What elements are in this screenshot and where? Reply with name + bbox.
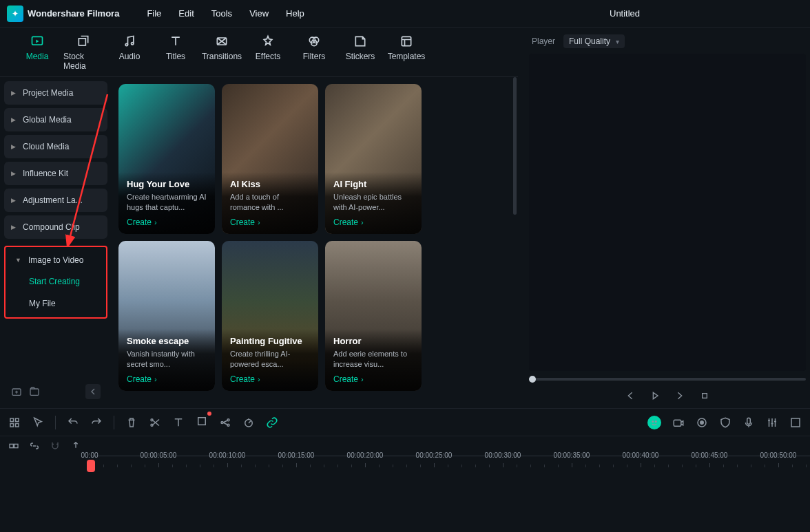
sidebar-item-cloud-media[interactable]: ▶Cloud Media	[4, 135, 107, 158]
sidebar-subitem-my-file[interactable]: My File	[8, 292, 103, 315]
tab-effects[interactable]: Effects	[248, 34, 288, 76]
menu-view[interactable]: View	[249, 8, 269, 19]
play-icon[interactable]	[650, 390, 661, 401]
speed-icon[interactable]	[242, 416, 255, 429]
tab-filters[interactable]: Filters	[294, 34, 334, 76]
card-create-link[interactable]: Create ›	[333, 217, 413, 227]
template-card[interactable]: Hug Your Love Create heartwarming AI hug…	[118, 84, 215, 234]
template-card[interactable]: AI Fight Unleash epic battles with AI-po…	[325, 84, 422, 234]
sidebar-item-compound-clip[interactable]: ▶Compound Clip	[4, 215, 107, 239]
quality-select[interactable]: Full Quality ▾	[563, 34, 625, 48]
card-title: Painting Fugitive	[230, 336, 310, 346]
menu-tools[interactable]: Tools	[211, 8, 232, 19]
preview-viewport[interactable]	[529, 54, 806, 371]
scrollbar[interactable]	[513, 77, 517, 215]
card-title: AI Kiss	[230, 179, 310, 189]
tab-label: Stock Media	[63, 52, 103, 71]
card-create-link[interactable]: Create ›	[127, 217, 207, 227]
crop-icon[interactable]	[196, 415, 208, 427]
tab-media[interactable]: Media	[17, 34, 57, 76]
media-panel: Media Stock Media Audio Titles Transitio…	[0, 28, 518, 408]
playhead-handle[interactable]	[87, 460, 95, 472]
sidebar-item-adjustment-layer[interactable]: ▶Adjustment La...	[4, 189, 107, 212]
tab-label: Transitions	[202, 52, 242, 61]
sidebar-item-label: Image to Video	[28, 255, 84, 265]
ruler-tick: 00:00:30:00	[485, 451, 521, 459]
card-desc: Add eerie elements to increase visu...	[333, 349, 413, 369]
card-create-link[interactable]: Create ›	[230, 217, 310, 227]
trash-icon[interactable]	[125, 416, 138, 429]
track-link-icon[interactable]	[8, 440, 19, 451]
expand-icon[interactable]	[789, 416, 802, 429]
svg-rect-25	[674, 420, 681, 426]
ai-smiley-icon[interactable]	[647, 416, 661, 429]
sidebar-item-project-media[interactable]: ▶Project Media	[4, 81, 107, 105]
grid-icon[interactable]	[8, 416, 21, 429]
sidebar-item-image-to-video[interactable]: ▼ Image to Video	[8, 250, 103, 270]
template-card[interactable]: Painting Fugitive Create thrilling AI-po…	[222, 241, 318, 391]
folder-icon[interactable]	[29, 386, 40, 397]
progress-handle[interactable]	[529, 376, 536, 383]
shield-icon[interactable]	[719, 416, 731, 429]
template-card[interactable]: Smoke escape Vanish instantly with secre…	[118, 241, 215, 391]
timeline-ruler[interactable]: 00:0000:00:05:0000:00:10:0000:00:15:0000…	[90, 456, 810, 468]
svg-point-16	[151, 418, 153, 421]
magnet-icon[interactable]	[50, 440, 61, 451]
next-frame-icon[interactable]	[674, 390, 685, 401]
template-card[interactable]: AI Kiss Add a touch of romance with ... …	[222, 84, 318, 234]
tab-titles[interactable]: Titles	[156, 34, 196, 76]
template-card[interactable]: Horror Add eerie elements to increase vi…	[325, 241, 422, 391]
chevron-right-icon: ▶	[11, 224, 16, 231]
menu-help[interactable]: Help	[286, 8, 304, 19]
card-desc: Unleash epic battles with AI-power...	[333, 192, 413, 212]
card-desc: Add a touch of romance with ...	[230, 192, 310, 212]
camera-icon[interactable]	[672, 416, 685, 429]
redo-icon[interactable]	[90, 416, 103, 429]
tab-label: Effects	[256, 52, 280, 61]
card-create-link[interactable]: Create ›	[333, 374, 413, 384]
sidebar-subitem-start-creating[interactable]: Start Creating	[8, 270, 103, 292]
svg-point-21	[227, 424, 229, 426]
tab-templates[interactable]: Templates	[386, 34, 426, 76]
chevron-left-icon	[87, 386, 98, 397]
mixer-icon[interactable]	[766, 416, 778, 429]
player-header: Player Full Quality ▾	[529, 32, 806, 51]
svg-rect-9	[30, 389, 39, 395]
sidebar-item-global-media[interactable]: ▶Global Media	[4, 108, 107, 131]
svg-point-19	[221, 421, 223, 423]
mic-icon[interactable]	[742, 416, 755, 429]
tab-transitions[interactable]: Transitions	[202, 34, 242, 76]
sidebar-item-label: Compound Clip	[23, 222, 80, 232]
scissors-icon[interactable]	[149, 416, 161, 429]
undo-icon[interactable]	[67, 416, 79, 429]
app-name: Wondershare Filmora	[28, 8, 119, 19]
sidebar-item-influence-kit[interactable]: ▶Influence Kit	[4, 162, 107, 185]
stop-icon[interactable]	[699, 390, 710, 401]
text-icon[interactable]	[172, 416, 185, 429]
card-create-link[interactable]: Create ›	[127, 374, 207, 384]
tab-stock-media[interactable]: Stock Media	[63, 34, 103, 76]
new-folder-icon[interactable]	[11, 386, 22, 397]
tab-label: Filters	[303, 52, 326, 61]
menu-edit[interactable]: Edit	[178, 8, 194, 19]
marker-icon[interactable]	[70, 440, 81, 451]
menu-file[interactable]: File	[147, 8, 161, 19]
preview-progress[interactable]	[529, 378, 806, 381]
ruler-tick: 00:00:15:00	[278, 451, 315, 459]
tab-stickers[interactable]: Stickers	[340, 34, 380, 76]
media-tabs: Media Stock Media Audio Titles Transitio…	[0, 31, 518, 77]
prev-frame-icon[interactable]	[625, 390, 636, 401]
chain-icon[interactable]	[29, 440, 40, 451]
card-desc: Vanish instantly with secret smo...	[127, 349, 207, 369]
chevron-right-icon: ▶	[11, 143, 16, 150]
record-icon[interactable]	[696, 416, 708, 429]
notification-dot	[207, 412, 211, 416]
cursor-icon[interactable]	[32, 416, 44, 429]
ruler-tick: 00:00:05:00	[141, 451, 177, 459]
link-icon[interactable]	[266, 416, 278, 429]
collapse-sidebar-button[interactable]	[85, 384, 101, 399]
tab-audio[interactable]: Audio	[110, 34, 149, 76]
card-create-link[interactable]: Create ›	[230, 374, 310, 384]
chevron-down-icon: ▾	[616, 38, 619, 45]
nodes-icon[interactable]	[219, 416, 231, 429]
